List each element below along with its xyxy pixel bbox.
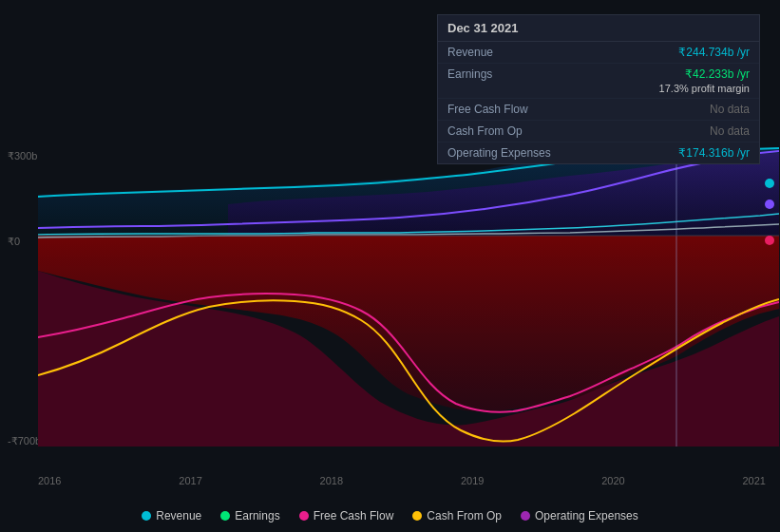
legend-label-fcf: Free Cash Flow	[314, 509, 394, 522]
legend-dot-cashfromop	[412, 511, 422, 521]
legend-label-opex: Operating Expenses	[535, 509, 638, 522]
y-axis-0: ₹0	[8, 236, 20, 248]
legend-item-opex[interactable]: Operating Expenses	[521, 509, 638, 522]
main-chart-svg	[38, 147, 779, 446]
tooltip-label-earnings: Earnings	[447, 67, 552, 81]
x-label-2017: 2017	[179, 475, 201, 486]
tooltip-label-fcf: Free Cash Flow	[447, 103, 552, 116]
legend-dot-revenue	[142, 511, 151, 521]
legend-item-revenue[interactable]: Revenue	[142, 509, 201, 522]
tooltip-value-opex: ₹174.316b /yr	[678, 146, 750, 160]
legend-label-earnings: Earnings	[235, 509, 279, 522]
right-indicator-teal	[765, 236, 774, 245]
x-label-2019: 2019	[461, 475, 484, 486]
legend-label-cashfromop: Cash From Op	[427, 509, 502, 522]
tooltip-row-cashfromop: Cash From Op No data	[438, 121, 759, 142]
tooltip-row-opex: Operating Expenses ₹174.316b /yr	[438, 142, 759, 163]
tooltip-value-earnings: ₹42.233b /yr	[659, 67, 750, 81]
tooltip-value-fcf: No data	[710, 103, 750, 116]
right-indicator-purple	[765, 200, 774, 209]
x-label-2016: 2016	[38, 475, 61, 486]
chart-container: Dec 31 2021 Revenue ₹244.734b /yr Earnin…	[0, 0, 780, 532]
legend-label-revenue: Revenue	[156, 509, 201, 522]
x-axis-labels: 2016 2017 2018 2019 2020 2021	[38, 475, 766, 486]
chart-legend: Revenue Earnings Free Cash Flow Cash Fro…	[0, 509, 780, 522]
tooltip: Dec 31 2021 Revenue ₹244.734b /yr Earnin…	[437, 14, 760, 164]
tooltip-label-revenue: Revenue	[447, 46, 552, 59]
tooltip-row-earnings: Earnings ₹42.233b /yr 17.3% profit margi…	[438, 64, 759, 99]
tooltip-value-revenue: ₹244.734b /yr	[678, 46, 750, 59]
legend-item-earnings[interactable]: Earnings	[220, 509, 279, 522]
tooltip-header: Dec 31 2021	[438, 15, 759, 42]
tooltip-value-cashfromop: No data	[710, 124, 750, 138]
profit-margin-label: 17.3% profit margin	[659, 83, 750, 94]
right-indicator-cyan	[765, 179, 774, 188]
legend-item-fcf[interactable]: Free Cash Flow	[299, 509, 394, 522]
legend-dot-earnings	[220, 511, 230, 521]
tooltip-row-fcf: Free Cash Flow No data	[438, 99, 759, 121]
y-axis-700: -₹700b	[8, 435, 41, 447]
tooltip-label-cashfromop: Cash From Op	[447, 124, 552, 138]
y-axis-300: ₹300b	[8, 150, 37, 162]
legend-dot-opex	[521, 511, 530, 521]
x-label-2020: 2020	[601, 475, 624, 486]
x-label-2021: 2021	[742, 475, 765, 486]
x-label-2018: 2018	[320, 475, 343, 486]
legend-dot-fcf	[299, 511, 309, 521]
legend-item-cashfromop[interactable]: Cash From Op	[412, 509, 502, 522]
tooltip-row-revenue: Revenue ₹244.734b /yr	[438, 42, 759, 64]
tooltip-label-opex: Operating Expenses	[447, 146, 552, 160]
